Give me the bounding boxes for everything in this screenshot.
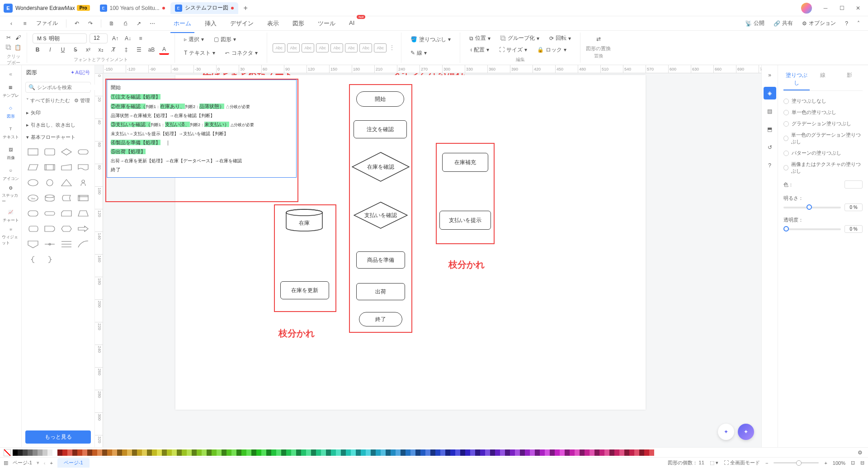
ai-generate-button[interactable]: ✦ AI記号 (71, 69, 90, 76)
back-button[interactable]: ‹ (5, 18, 17, 29)
shape-manual-input[interactable] (59, 161, 74, 174)
publish-button[interactable]: 📡公開 (742, 19, 767, 28)
tab-insert[interactable]: 挿入 (198, 17, 223, 30)
menu-button[interactable]: ≡ (19, 18, 31, 29)
add-tab-button[interactable]: + (239, 2, 252, 14)
shape-rounded-rect[interactable] (42, 145, 57, 159)
decrease-font-icon[interactable]: A↓ (123, 33, 133, 43)
fit-width-icon[interactable]: ⊟ (860, 460, 864, 466)
rr-layers-icon[interactable]: ⬒ (764, 123, 776, 136)
category-arrow[interactable]: ▸ 矢印 (22, 107, 94, 119)
font-family-select[interactable]: ＭＳ 明朝 (33, 33, 87, 43)
fill-option-solid-gradient[interactable]: 単一色のグラデーション塗りつぶし (783, 129, 863, 147)
tab-tools[interactable]: ツール (311, 17, 342, 30)
lock-button[interactable]: 🔒 ロック ▾ (533, 45, 570, 55)
more-button[interactable]: ⋯ (146, 18, 158, 29)
shape-terminator[interactable] (76, 145, 91, 159)
rail-templates[interactable]: ▦テンプレ (2, 80, 20, 100)
layers-status-icon[interactable]: ⬚ ▾ (710, 460, 718, 466)
export-button[interactable]: ↗ (133, 18, 145, 29)
shape-pentagon[interactable] (25, 237, 40, 251)
shape-yes-connector[interactable]: Yes (25, 191, 40, 205)
size-button[interactable]: ⛶ サイズ ▾ (495, 45, 531, 55)
superscript-icon[interactable]: x² (83, 45, 93, 55)
shape-tool-button[interactable]: ▢ 図形 ▾ (210, 34, 240, 45)
style-preset-6[interactable]: Abc (345, 43, 358, 52)
font-color-icon[interactable]: A (159, 45, 169, 55)
rr-help-icon[interactable]: ? (764, 159, 776, 172)
shape-internal-storage[interactable] (76, 191, 91, 205)
copy-icon[interactable]: ⿻ (5, 43, 12, 52)
fill-option-pattern[interactable]: パターンの塗りつぶし (783, 147, 863, 159)
opacity-slider[interactable] (783, 228, 841, 230)
color-settings-icon[interactable]: ⚙ (855, 448, 864, 457)
text-case-icon[interactable]: aB (146, 45, 156, 55)
file-menu[interactable]: ファイル (33, 18, 61, 29)
position-button[interactable]: ⧉ 位置 ▾ (466, 33, 494, 43)
shape-show-payment[interactable]: 支払いを提示 (439, 211, 491, 230)
help-button[interactable]: ? (842, 19, 851, 28)
shape-brace-right[interactable] (42, 253, 57, 266)
increase-font-icon[interactable]: A↑ (110, 33, 120, 43)
shape-brace-left[interactable] (25, 253, 40, 266)
fold-all-button[interactable]: ˅ すべて折りたたむ (26, 97, 70, 104)
tab-design[interactable]: デザイン (224, 17, 260, 30)
style-preset-8[interactable]: Abc (374, 43, 387, 52)
shape-arrow-right[interactable] (76, 222, 91, 236)
rail-text[interactable]: Tテキスト (2, 122, 20, 142)
shape-cylinder[interactable] (42, 191, 57, 205)
bold-icon[interactable]: B (33, 45, 42, 55)
clear-format-icon[interactable]: T̸ (108, 45, 118, 55)
user-avatar[interactable] (801, 3, 812, 14)
maximize-button[interactable]: ☐ (835, 2, 848, 14)
rotate-button[interactable]: ⟳ 回転 ▾ (546, 33, 575, 43)
connector-tool-button[interactable]: ⤺ コネクタ ▾ (222, 48, 261, 58)
more-shapes-button[interactable]: もっと見る (25, 430, 91, 444)
select-tool-button[interactable]: ▹ 選択 ▾ (180, 34, 208, 45)
shape-predefined[interactable] (42, 161, 57, 174)
shape-triangle[interactable] (59, 176, 74, 189)
minimize-button[interactable]: ─ (819, 2, 832, 14)
shape-database[interactable]: 在庫 (286, 209, 323, 232)
shape-display[interactable] (25, 222, 40, 236)
shape-ship[interactable]: 出荷 (356, 283, 405, 300)
options-button[interactable]: ⚙オプション (799, 19, 839, 28)
collapse-panel-icon[interactable]: « (2, 69, 20, 80)
redo-button[interactable]: ↷ (85, 18, 96, 29)
subscript-icon[interactable]: x₂ (96, 45, 106, 55)
shape-prepare[interactable]: 商品を準備 (356, 251, 405, 269)
shape-stored-data[interactable] (59, 191, 74, 205)
zoom-out-button[interactable]: − (765, 460, 768, 466)
style-preset-3[interactable]: Abc (302, 43, 314, 52)
rr-history-icon[interactable]: ↺ (764, 141, 776, 154)
shape-trapezoid[interactable] (76, 207, 91, 220)
text-tool-button[interactable]: T テキスト ▾ (180, 48, 219, 58)
shape-diamond[interactable] (59, 145, 74, 159)
expand-right-panel-icon[interactable]: » (764, 69, 776, 81)
line-button[interactable]: ✎ 線 ▾ (407, 48, 430, 58)
tab-shapes[interactable]: 図形 (286, 17, 311, 30)
props-tab-line[interactable]: 線 (810, 69, 836, 90)
shape-check-payment[interactable]: 支払いを確認 (354, 202, 408, 229)
tab-home[interactable]: ホーム (167, 17, 198, 30)
shape-or[interactable] (59, 237, 74, 251)
zoom-in-button[interactable]: + (824, 460, 827, 466)
shape-capsule[interactable] (42, 207, 57, 220)
shape-card[interactable] (59, 207, 74, 220)
align-button[interactable]: ⫞ 配置 ▾ (466, 45, 493, 55)
shape-end[interactable]: 終了 (359, 312, 402, 326)
brightness-value[interactable]: 0 % (844, 203, 863, 211)
style-preset-5[interactable]: Abc (330, 43, 343, 52)
fit-page-icon[interactable]: ⊡ (851, 460, 855, 466)
shape-rectangle[interactable] (25, 145, 40, 159)
category-callout[interactable]: ▸ 引き出し、吹き出し (22, 119, 94, 131)
italic-icon[interactable]: I (45, 45, 55, 55)
document-tab-2[interactable]: E システムフロー図 (170, 2, 238, 14)
tab-view[interactable]: 表示 (261, 17, 285, 30)
shape-person[interactable] (76, 176, 91, 189)
shape-arc[interactable] (76, 237, 91, 251)
style-preset-2[interactable]: Abc (287, 43, 300, 52)
opacity-value[interactable]: 0 % (844, 225, 863, 233)
fill-option-gradient[interactable]: グラデーション塗りつぶし (783, 118, 863, 129)
shape-document[interactable] (76, 161, 91, 174)
